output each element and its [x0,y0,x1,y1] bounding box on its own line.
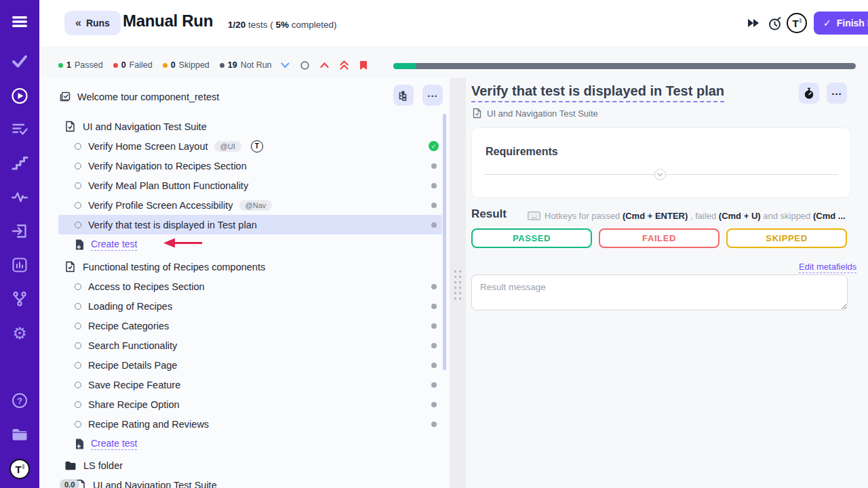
edit-metafields-link[interactable]: Edit metafields [799,262,856,273]
stopwatch-icon [804,87,814,100]
test-circle-icon [75,143,81,150]
test-title: Recipe Details Page [88,360,177,371]
folder-row[interactable]: LS folder [58,455,442,475]
tree-view-button[interactable] [393,85,414,106]
result-buttons: PASSED FAILED SKIPPED [471,228,847,248]
requirements-card: Requirements [471,127,851,198]
status-notrun-dot [431,382,437,388]
notrun-dot [220,63,224,68]
test-row[interactable]: Share Recipe Option [58,394,442,414]
test-row[interactable]: Search Functionality [58,336,442,355]
failed-count: 0Failed [113,60,153,70]
test-circle-icon [75,421,81,428]
play-circle-icon[interactable] [11,87,28,104]
status-notrun-dot [431,343,437,348]
test-row[interactable]: Verify Meal Plan Button Functionality [58,176,442,195]
steps-icon[interactable] [11,155,28,172]
test-row[interactable]: Verify Navigation to Recipes Section [58,156,442,176]
testomat-logo-icon[interactable]: T [787,13,807,33]
suite-file-icon [64,121,76,132]
suite-title: UI and Navigation Test Suite [83,121,207,132]
skipped-dot [163,63,167,68]
duration-badge: 0.0 [60,479,79,488]
keyboard-icon [528,211,540,220]
tree-header: Welcome tour component_retest ... [58,86,443,108]
folder-icon[interactable] [11,426,28,443]
test-row[interactable]: Recipe Rating and Reviews [58,414,442,434]
test-row[interactable]: Verify Profile Screen Accessibility @Nav [58,195,442,215]
chevron-down-icon [657,173,663,177]
test-circle-icon [75,303,81,310]
test-row[interactable]: Save Recipe Feature [58,375,442,394]
test-row-selected[interactable]: Verify that test is displayed in Test pl… [58,215,442,235]
tag-badge: @UI [214,141,241,152]
testomat-logo-icon[interactable]: T [9,459,30,479]
sidebar-rail: ⚙ ? T [0,0,39,488]
test-detail-title: Verify that test is displayed in Test pl… [471,83,724,102]
chevron-up-icon[interactable] [319,60,330,70]
page-title: Manual Run [123,12,213,30]
test-title: Recipe Categories [88,321,169,331]
requirements-expand-button[interactable] [654,169,666,180]
suite-row-partial[interactable]: 0.0 UI and Navigation Test Suite [58,475,442,488]
test-circle-icon [75,323,81,329]
tree-more-button[interactable]: ... [422,85,443,106]
failed-button[interactable]: FAILED [599,228,719,248]
skipped-button[interactable]: SKIPPED [726,228,847,248]
branch-icon[interactable] [11,290,28,308]
timer-button[interactable] [799,83,819,104]
check-icon[interactable] [11,52,28,70]
create-test-link[interactable]: Create test [91,239,137,251]
skipped-count: 0Skipped [163,60,210,70]
passed-button[interactable]: PASSED [471,228,592,248]
test-row[interactable]: Recipe Categories [58,316,442,336]
test-row[interactable]: Verify Home Screen Layout @UI T ✓ [58,136,442,156]
status-notrun-dot [431,203,437,208]
progress-fill [393,63,416,69]
run-root-title: Welcome tour component_retest [77,92,219,102]
retry-timer-icon[interactable] [766,15,784,31]
top-bar: « Runs Manual Run 1/20 tests ( 5% comple… [39,0,868,46]
menu-icon[interactable] [11,13,28,30]
suite-row[interactable]: Functional testing of Recipes components [58,257,442,277]
create-test-row[interactable]: Create test [58,235,442,254]
suite-file-icon [64,261,76,272]
test-title: Verify Home Screen Layout [88,141,208,152]
test-row[interactable]: Loading of Recipes [58,296,442,316]
testomat-mini-logo-icon[interactable]: T [251,140,263,152]
fast-forward-icon[interactable] [745,15,762,31]
hotkeys-hint: Hotkeys for passed (Cmd + ENTER) , faile… [528,211,846,221]
test-row[interactable]: Recipe Details Page [58,355,442,375]
bar-chart-icon[interactable] [11,256,28,274]
settings-icon[interactable]: ⚙ [11,325,28,342]
login-icon[interactable] [11,222,28,240]
check-icon: ✓ [823,18,831,28]
status-counts: 1Passed 0Failed 0Skipped 19Not Run [58,60,272,70]
back-to-runs-button[interactable]: « Runs [64,11,121,35]
suite-title: UI and Navigation Test Suite [93,480,217,488]
bookmark-icon[interactable] [358,60,369,70]
result-message-input[interactable] [471,274,848,310]
tree-scrollbar-thumb[interactable] [443,114,446,370]
back-to-runs-label: Runs [86,18,110,28]
panel-splitter[interactable] [450,78,466,488]
create-test-link[interactable]: Create test [91,438,137,450]
test-row[interactable]: Access to Recipes Section [58,277,442,296]
detail-more-button[interactable]: ... [827,83,847,104]
create-test-row[interactable]: Create test [58,434,442,453]
activity-icon[interactable] [11,188,28,206]
finish-run-button[interactable]: ✓ Finish Run [814,12,868,35]
passed-count: 1Passed [58,60,103,70]
test-title: Recipe Rating and Reviews [88,419,209,430]
help-icon[interactable]: ? [11,392,28,409]
list-check-icon[interactable] [11,120,28,138]
status-notrun-dot [431,363,437,368]
run-progress-bar [393,63,856,69]
circle-icon[interactable] [299,60,310,70]
test-title: Search Functionality [88,340,177,351]
chevrons-up-icon[interactable] [338,60,349,70]
status-notrun-dot [431,402,437,407]
result-heading: Result [471,207,507,221]
chevron-down-icon[interactable] [279,60,290,70]
suite-row[interactable]: UI and Navigation Test Suite [58,117,442,136]
